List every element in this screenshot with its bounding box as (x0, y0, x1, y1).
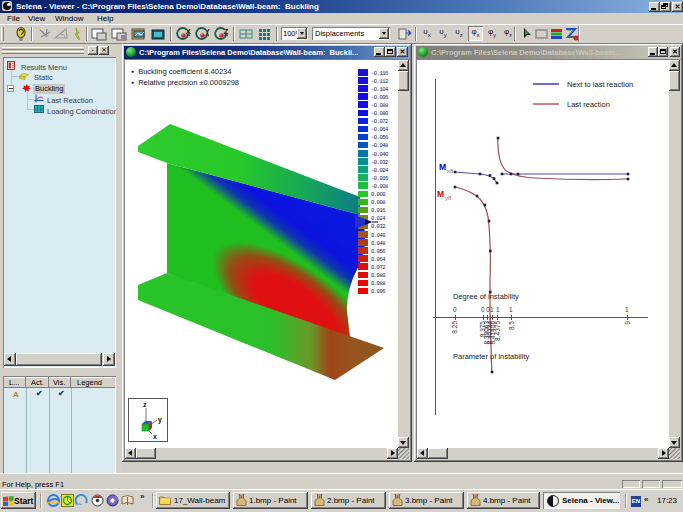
svg-text:x: x (153, 433, 157, 440)
svg-text:y8: y8 (445, 195, 452, 201)
svg-text:Y: Y (205, 27, 211, 36)
svg-text:z: z (143, 401, 147, 408)
svg-text:Z: Z (224, 27, 229, 36)
svg-text:Last reaction: Last reaction (567, 100, 610, 109)
svg-text:8.5: 8.5 (508, 321, 515, 330)
svg-text:9: 9 (624, 321, 631, 325)
svg-text:8.4375: 8.4375 (494, 321, 501, 341)
svg-text:X: X (186, 27, 192, 36)
svg-text:Degree of instability: Degree of instability (453, 292, 519, 301)
svg-text:M: M (439, 162, 446, 172)
svg-text:y: y (158, 416, 162, 424)
svg-text:0: 0 (453, 306, 457, 313)
svg-text:Next to last reaction: Next to last reaction (567, 80, 633, 89)
svg-text:1: 1 (625, 306, 629, 313)
svg-text:8.25: 8.25 (451, 321, 458, 334)
svg-text:M: M (437, 189, 444, 199)
svg-text:1: 1 (496, 306, 500, 313)
svg-text:1: 1 (509, 306, 513, 313)
svg-text:x8: x8 (447, 168, 454, 174)
svg-text:0: 0 (481, 306, 485, 313)
svg-text:1: 1 (490, 306, 494, 313)
svg-text:Parameter of instability: Parameter of instability (453, 352, 530, 361)
